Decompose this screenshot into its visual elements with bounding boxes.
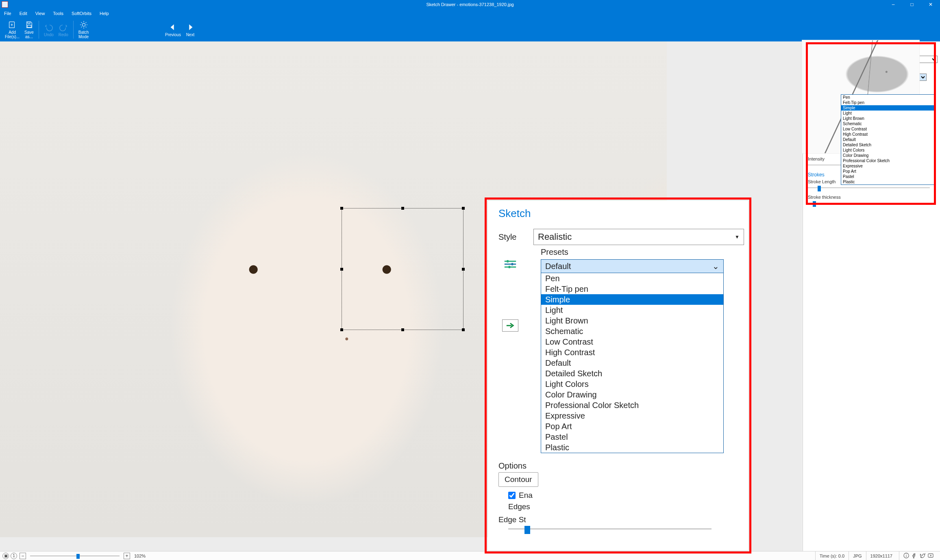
- zoom-style-select[interactable]: Realistic ▼: [533, 229, 744, 245]
- title-bar: Sketch Drawer - emotions-371238_1920.jpg…: [0, 0, 940, 9]
- preset-item[interactable]: Low Contrast: [841, 126, 934, 132]
- handle-e[interactable]: [462, 268, 465, 271]
- svg-rect-1: [28, 22, 30, 24]
- preset-item[interactable]: Light Colors: [841, 148, 934, 153]
- zoom-enable-label: Ena: [519, 491, 533, 500]
- menu-view[interactable]: View: [31, 9, 49, 18]
- menu-edit[interactable]: Edit: [15, 9, 31, 18]
- minimize-button[interactable]: –: [884, 0, 903, 9]
- zoom-contour-tab[interactable]: Contour: [498, 472, 538, 487]
- handle-se[interactable]: [462, 328, 465, 331]
- zoom-preset-item[interactable]: Felt-Tip pen: [541, 284, 723, 294]
- preset-item[interactable]: High Contrast: [841, 132, 934, 137]
- previous-label: Previous: [165, 33, 181, 37]
- zoom-preset-item[interactable]: Detailed Sketch: [541, 368, 723, 379]
- preset-item[interactable]: Professional Color Sketch: [841, 158, 934, 163]
- previous-button[interactable]: Previous: [163, 22, 183, 38]
- stroke-thickness-slider[interactable]: [808, 200, 930, 206]
- menu-help[interactable]: Help: [96, 9, 113, 18]
- preset-item[interactable]: Light: [841, 111, 934, 116]
- handle-s[interactable]: [401, 328, 404, 331]
- arrow-left-icon: [168, 23, 177, 32]
- youtube-icon[interactable]: [928, 553, 933, 559]
- zoom-preset-item[interactable]: High Contrast: [541, 347, 723, 358]
- handle-nw[interactable]: [340, 207, 343, 210]
- zoom-presets-label: Presets: [541, 247, 748, 257]
- zoom-preset-item[interactable]: Plastic: [541, 442, 723, 453]
- batch-mode-button[interactable]: Batch Mode: [76, 20, 91, 40]
- zoom-preset-item[interactable]: Pop Art: [541, 421, 723, 432]
- window-controls: – □ ✕: [884, 0, 940, 9]
- twitter-icon[interactable]: [920, 553, 925, 559]
- handle-sw[interactable]: [340, 328, 343, 331]
- next-label: Next: [186, 33, 195, 37]
- add-files-button[interactable]: Add File(s)...: [2, 20, 22, 40]
- zoom-preset-item[interactable]: Pen: [541, 273, 723, 284]
- zoom-out-button[interactable]: −: [20, 553, 26, 559]
- zoom-preset-item[interactable]: Schematic: [541, 326, 723, 336]
- zoom-preset-item[interactable]: Low Contrast: [541, 336, 723, 347]
- preset-item[interactable]: Default: [841, 137, 934, 142]
- zoom-preset-item[interactable]: Light: [541, 305, 723, 315]
- zoom-edges-label: Edges: [508, 502, 748, 511]
- zoom-enable-checkbox[interactable]: [508, 492, 516, 499]
- status-time: Time (s): 0.0: [815, 551, 849, 560]
- chevron-down-icon: ▼: [735, 234, 740, 240]
- zoom-preset-select[interactable]: Default ⌄: [541, 259, 724, 273]
- preset-item[interactable]: Pastel: [841, 174, 934, 179]
- gear-icon: [79, 20, 88, 29]
- preset-dropdown-list[interactable]: PenFelt-Tip penSimpleLightLight BrownSch…: [841, 94, 934, 185]
- zoom-slider[interactable]: [30, 553, 120, 559]
- menu-softorbits[interactable]: SoftOrbits: [67, 9, 96, 18]
- preset-item[interactable]: Detailed Sketch: [841, 142, 934, 148]
- handle-n[interactable]: [401, 207, 404, 210]
- zoom-preset-item[interactable]: Pastel: [541, 432, 723, 442]
- preset-item[interactable]: Plastic: [841, 179, 934, 184]
- maximize-button[interactable]: □: [903, 0, 921, 9]
- redo-label: Redo: [59, 33, 68, 37]
- selection-marquee[interactable]: [342, 208, 463, 330]
- zoom-preset-item[interactable]: Light Brown: [541, 315, 723, 326]
- preset-item[interactable]: Pen: [841, 95, 934, 100]
- stroke-length-slider[interactable]: [808, 185, 930, 191]
- zoom-edge-strength-slider[interactable]: [508, 525, 712, 533]
- stroke-thickness-label: Stroke thickness: [808, 195, 938, 200]
- preset-item[interactable]: Color Drawing: [841, 153, 934, 158]
- preset-item[interactable]: Expressive: [841, 163, 934, 169]
- zoom-preset-item[interactable]: Expressive: [541, 410, 723, 421]
- next-button[interactable]: Next: [183, 22, 197, 38]
- undo-label: Undo: [44, 33, 54, 37]
- info-icon[interactable]: [903, 553, 909, 559]
- zoom-preset-item[interactable]: Simple: [541, 294, 723, 305]
- preset-item[interactable]: Felt-Tip pen: [841, 100, 934, 105]
- status-format: JPG: [849, 551, 866, 560]
- arrow-right-icon: [186, 23, 195, 32]
- zoom-preset-item[interactable]: Default: [541, 358, 723, 368]
- preset-item[interactable]: Simple: [841, 105, 934, 111]
- actual-size-icon[interactable]: 1: [11, 553, 17, 559]
- preset-item[interactable]: Light Brown: [841, 116, 934, 121]
- zoom-preset-item[interactable]: Color Drawing: [541, 389, 723, 400]
- zoom-in-button[interactable]: +: [124, 553, 130, 559]
- close-button[interactable]: ✕: [921, 0, 940, 9]
- preset-item[interactable]: Schematic: [841, 121, 934, 126]
- zoom-edge-strength-label: Edge St: [498, 515, 748, 524]
- facebook-icon[interactable]: [912, 553, 917, 559]
- zoom-preset-dropdown-list[interactable]: PenFelt-Tip penSimpleLightLight BrownSch…: [541, 273, 724, 453]
- app-icon: [2, 1, 8, 8]
- menu-file[interactable]: File: [0, 9, 15, 18]
- fit-screen-icon[interactable]: ▣: [2, 553, 9, 559]
- window-title: Sketch Drawer - emotions-371238_1920.jpg: [426, 2, 514, 7]
- zoom-run-arrow-icon[interactable]: [498, 319, 522, 332]
- redo-icon: [59, 23, 68, 32]
- zoom-preset-item[interactable]: Professional Color Sketch: [541, 400, 723, 410]
- preset-item[interactable]: Pop Art: [841, 169, 934, 174]
- zoom-sliders-icon[interactable]: [498, 259, 522, 269]
- handle-ne[interactable]: [462, 207, 465, 210]
- undo-button[interactable]: Undo: [41, 22, 56, 38]
- zoom-preset-item[interactable]: Light Colors: [541, 379, 723, 389]
- handle-w[interactable]: [340, 268, 343, 271]
- menu-tools[interactable]: Tools: [49, 9, 67, 18]
- redo-button[interactable]: Redo: [56, 22, 71, 38]
- save-as-button[interactable]: Save as...: [22, 20, 36, 40]
